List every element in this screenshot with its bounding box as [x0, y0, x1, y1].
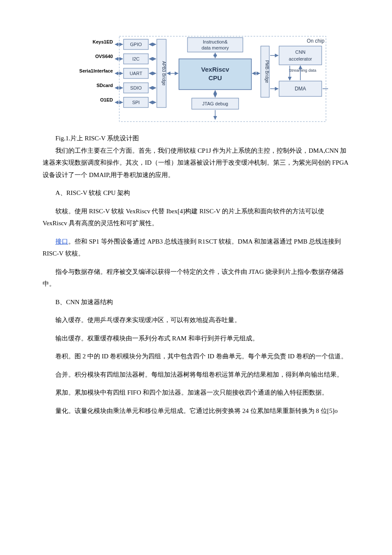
- para-b1: 输入缓存。使用乒乓缓存来实现缓冲区，可以有效地提高吞吐量。: [43, 314, 349, 326]
- svg-text:SDIO: SDIO: [130, 85, 142, 90]
- svg-text:PMB Bridge: PMB Bridge: [265, 60, 269, 83]
- para-b3: 卷积。图 2 中的 ID 卷积模块分为四组，其中包含四个 ID 卷曲单元。每个单…: [43, 350, 349, 363]
- ext-label-1: OVS640: [95, 54, 113, 59]
- svg-text:Streaming data: Streaming data: [289, 68, 317, 73]
- figure-caption: Fig.1.片上 RISC-V 系统设计图: [43, 132, 349, 145]
- system-diagram: On chip Keys1ED OVS640 Seria1Interface S…: [64, 34, 328, 124]
- para-a3: 指令与数据存储。程序被交叉编译以获得一个特定的文件，该文件由 JTAG 烧录到片…: [43, 266, 349, 290]
- section-a-label: A、RISC-V 软核 CPU 架构: [43, 187, 349, 199]
- para-a1: 软核。使用 RISC-V 软核 VexRiscv 代替 Ibex[4]构建 RI…: [43, 205, 349, 230]
- cnn-accel: [279, 46, 322, 65]
- para-a2-rest: 。些和 SP1 等外围设备通过 APB3 总线连接到 R1SCT 软核。DMA …: [43, 238, 341, 257]
- ext-label-4: O1ED: [100, 97, 113, 102]
- svg-text:VexRiscv: VexRiscv: [201, 66, 230, 73]
- ext-label-3: SDcard: [96, 83, 113, 88]
- para-intro: 我们的工作主要在三个方面。首先，我们使用软核 CP1J 作为片上系统的主控，控制…: [43, 145, 349, 181]
- svg-text:data memory: data memory: [202, 45, 229, 50]
- ext-label-2: Seria1Interface: [79, 68, 113, 73]
- para-b6: 量化。该量化模块由乘法单元和移位单元组成。它通过比例变换将 24 位累加结果重新…: [43, 405, 349, 417]
- interface-link[interactable]: 接口: [55, 238, 68, 245]
- para-a2: 接口。些和 SP1 等外围设备通过 APB3 总线连接到 R1SCT 软核。DM…: [43, 235, 349, 260]
- svg-text:SPI: SPI: [132, 100, 140, 105]
- svg-text:accelerator: accelerator: [289, 56, 312, 61]
- svg-text:UART: UART: [130, 71, 142, 76]
- svg-text:CPU: CPU: [208, 74, 222, 81]
- svg-text:DMA: DMA: [295, 86, 306, 92]
- para-b4: 合并。积分模块有四组加法器树。每组加法器树将每组卷积运算单元的结果相加，得到单向…: [43, 369, 349, 381]
- svg-text:Instruction&: Instruction&: [203, 39, 228, 44]
- para-b2: 输出缓存。权重缓存模块由一系列分布式 RAM 和串行到并行单元组成。: [43, 332, 349, 345]
- peripheral-boxes: GPIO I2C UART SDIO SPI: [124, 39, 148, 108]
- onchip-label: On chip: [307, 38, 325, 44]
- ext-label-0: Keys1ED: [92, 39, 113, 44]
- svg-text:APB3 Bridge: APB3 Bridge: [161, 61, 166, 86]
- section-b-label: B、CNN 加速器结构: [43, 296, 349, 308]
- svg-text:JTAG debug: JTAG debug: [202, 101, 228, 106]
- svg-text:GPIO: GPIO: [130, 42, 142, 47]
- diagram-container: On chip Keys1ED OVS640 Seria1Interface S…: [43, 34, 349, 124]
- para-b5: 累加。累加模块中有四组 FIFO 和四个加法器。加速器一次只能接收四个通道的输入…: [43, 386, 349, 399]
- svg-text:CNN: CNN: [295, 49, 306, 55]
- figure-1: On chip Keys1ED OVS640 Seria1Interface S…: [43, 34, 349, 124]
- svg-text:I2C: I2C: [132, 56, 139, 61]
